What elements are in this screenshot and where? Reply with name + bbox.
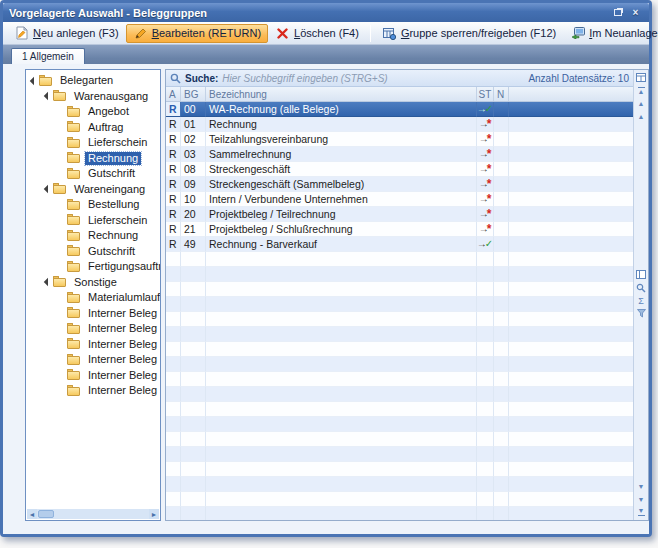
folder-icon <box>39 75 54 87</box>
table-row-bg-00[interactable]: R 00 WA-Rechnung (alle Belege) →✓ <box>166 102 633 117</box>
toolbar-button-neuanlageassistent[interactable]: Im Neuanlageassistent anzeigen/sperren <box>563 24 658 43</box>
tree-item-lieferschein[interactable]: Lieferschein <box>28 135 160 151</box>
cell-bezeichnung: Sammelrechnung <box>206 147 477 162</box>
arrow-red-asterisk-icon: →* <box>479 134 492 144</box>
column-header-bezeichnung[interactable]: Bezeichnung <box>206 87 477 101</box>
table-row-bg-03[interactable]: R 03 Sammelrechnung →* <box>166 147 633 162</box>
toolbar: Neu anlegen (F3) Bearbeiten (RETURN) Lös… <box>3 22 649 45</box>
scroll-right-icon[interactable]: ► <box>149 509 159 519</box>
column-header-a[interactable]: A <box>166 87 181 101</box>
table-row-empty <box>166 312 633 327</box>
page-down-icon[interactable]: ▼ <box>635 493 648 506</box>
column-header-bg[interactable]: BG <box>181 87 206 101</box>
tree-item-interner-beleg[interactable]: Interner Beleg <box>28 306 160 322</box>
table-row-bg-09[interactable]: R 09 Streckengeschäft (Sammelbeleg) →* <box>166 177 633 192</box>
tree-panel: Belegarten Warenausgang Angebot Auftrag … <box>25 69 161 521</box>
table-row-empty <box>166 477 633 492</box>
tree-horizontal-scrollbar[interactable]: ◄ ► <box>27 509 159 519</box>
wizard-monitor-icon <box>570 26 585 41</box>
tree-item-interner-beleg-3-pps[interactable]: Interner Beleg 3 (PPS) <box>28 352 160 368</box>
tree-item-sonstige[interactable]: Sonstige <box>28 275 160 291</box>
cell-st: →* <box>477 222 494 237</box>
arrow-green-check-icon: →✓ <box>477 104 493 114</box>
column-header-st[interactable]: ST <box>477 87 494 101</box>
table-row-empty <box>166 432 633 447</box>
table-row-bg-10[interactable]: R 10 Intern / Verbundene Unternehmen →* <box>166 192 633 207</box>
close-icon: × <box>633 7 639 18</box>
tab-allgemein[interactable]: 1 Allgemein <box>11 48 85 64</box>
cell-a: R <box>166 162 181 177</box>
table-row-empty <box>166 402 633 417</box>
tree-item-wareneingang[interactable]: Wareneingang <box>28 182 160 198</box>
expand-triangle-icon[interactable] <box>29 77 37 85</box>
cell-bg: 01 <box>181 117 206 132</box>
expand-triangle-icon[interactable] <box>43 185 51 193</box>
filter-icon[interactable] <box>635 307 648 320</box>
folder-icon <box>67 245 82 257</box>
grid-side-strip: ▲ ▲ ▲ Σ ▼ ▼ ▼ <box>633 70 648 520</box>
toolbar-button-label: Neu anlegen (F3) <box>33 27 119 39</box>
scrollbar-thumb[interactable] <box>38 510 54 518</box>
cell-st: →* <box>477 162 494 177</box>
tree-item-rechnung[interactable]: Rechnung <box>28 228 160 244</box>
arrow-red-asterisk-icon: →* <box>479 149 492 159</box>
page-up-icon[interactable]: ▲ <box>635 110 648 123</box>
table-row-bg-21[interactable]: R 21 Projektbeleg / Schlußrechnung →* <box>166 222 633 237</box>
table-row-empty <box>166 492 633 507</box>
toolbar-button-gruppe-sperren[interactable]: Gruppe sperren/freigeben (F12) <box>375 24 563 43</box>
scroll-to-top-icon[interactable]: ▲ <box>635 84 648 97</box>
tree-item-belegarten[interactable]: Belegarten <box>28 73 160 89</box>
cell-n <box>494 177 509 192</box>
cell-a: R <box>166 192 181 207</box>
cell-bg: 09 <box>181 177 206 192</box>
cell-a: R <box>166 147 181 162</box>
folder-icon <box>67 230 82 242</box>
column-header-n[interactable]: N <box>494 87 509 101</box>
tree-item-interner-beleg-5-pps[interactable]: Interner Beleg 5 (PPS) <box>28 383 160 399</box>
table-row-bg-01[interactable]: R 01 Rechnung →* <box>166 117 633 132</box>
cell-n <box>494 132 509 147</box>
zoom-icon[interactable] <box>635 281 648 294</box>
cell-bezeichnung: Projektbeleg / Schlußrechnung <box>206 222 477 237</box>
table-row-bg-02[interactable]: R 02 Teilzahlungsvereinbarung →* <box>166 132 633 147</box>
sum-icon[interactable]: Σ <box>635 294 648 307</box>
card-view-icon[interactable] <box>635 268 648 281</box>
app-window: Vorgelagerte Auswahl - Beleggruppen × Ne… <box>0 0 652 537</box>
expand-triangle-icon[interactable] <box>43 92 51 100</box>
toolbar-button-bearbeiten[interactable]: Bearbeiten (RETURN) <box>126 24 268 43</box>
tree-item-interner-beleg-2-pps[interactable]: Interner Beleg 2 (PPS) <box>28 337 160 353</box>
tree-item-materialumlauf-reparatur[interactable]: Materialumlauf/Reparatur <box>28 290 160 306</box>
close-button[interactable]: × <box>628 6 643 19</box>
search-input[interactable]: Hier Suchbegriff eingeben (STRG+S) <box>222 73 524 84</box>
tree-item-angebot[interactable]: Angebot <box>28 104 160 120</box>
tree-item-gutschrift[interactable]: Gutschrift <box>28 244 160 260</box>
cell-n <box>494 147 509 162</box>
tree-item-gutschrift[interactable]: Gutschrift <box>28 166 160 182</box>
search-bar[interactable]: Suche: Hier Suchbegriff eingeben (STRG+S… <box>166 70 633 87</box>
column-chooser-icon[interactable] <box>635 71 648 84</box>
tree-item-rechnung[interactable]: Rechnung <box>28 151 160 167</box>
table-row-empty <box>166 462 633 477</box>
tree-item-interner-beleg-1-pps[interactable]: Interner Beleg 1 (PPS) <box>28 321 160 337</box>
cell-n <box>494 117 509 132</box>
search-icon <box>170 73 181 84</box>
tree-item-fertigungsauftrag-pps[interactable]: Fertigungsauftrag (PPS) <box>28 259 160 275</box>
tree-item-lieferschein[interactable]: Lieferschein <box>28 213 160 229</box>
row-down-icon[interactable]: ▼ <box>635 480 648 493</box>
row-up-icon[interactable]: ▲ <box>635 97 648 110</box>
toolbar-separator <box>370 25 371 42</box>
table-row-bg-08[interactable]: R 08 Streckengeschäft →* <box>166 162 633 177</box>
table-row-bg-20[interactable]: R 20 Projektbeleg / Teilrechnung →* <box>166 207 633 222</box>
scroll-to-bottom-icon[interactable]: ▼ <box>635 506 648 519</box>
tree-item-auftrag[interactable]: Auftrag <box>28 120 160 136</box>
table-rows: R 00 WA-Rechnung (alle Belege) →✓ R 01 R… <box>166 102 633 520</box>
tree-item-bestellung[interactable]: Bestellung <box>28 197 160 213</box>
tree-item-warenausgang[interactable]: Warenausgang <box>28 89 160 105</box>
scroll-left-icon[interactable]: ◄ <box>27 509 37 519</box>
expand-triangle-icon[interactable] <box>43 278 51 286</box>
table-row-bg-49[interactable]: R 49 Rechnung - Barverkauf →✓ <box>166 237 633 252</box>
restore-button[interactable] <box>610 6 625 19</box>
tree-item-interner-beleg-4-pps[interactable]: Interner Beleg 4 (PPS) <box>28 368 160 384</box>
toolbar-button-loeschen[interactable]: Löschen (F4) <box>268 24 366 43</box>
toolbar-button-neu-anlegen[interactable]: Neu anlegen (F3) <box>7 24 126 43</box>
